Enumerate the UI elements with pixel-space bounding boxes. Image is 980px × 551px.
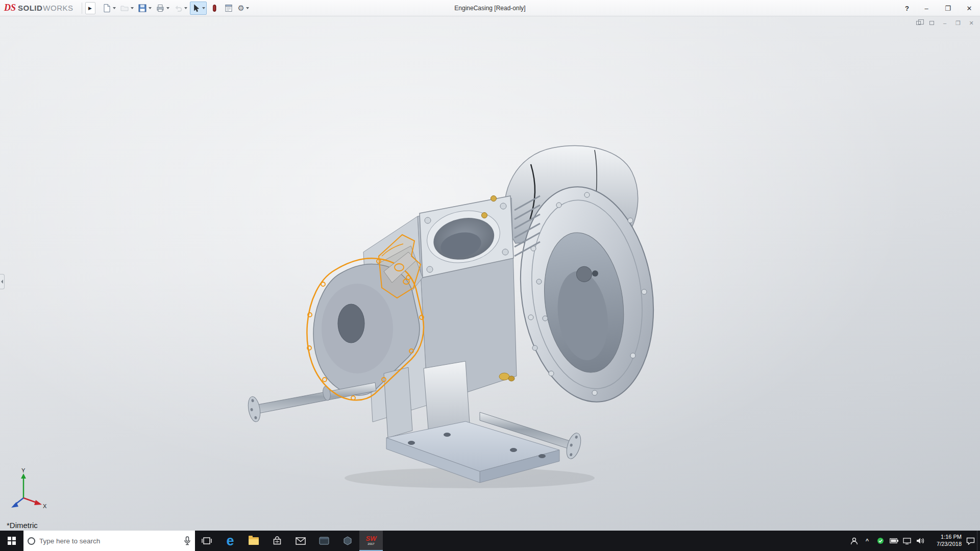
window-controls: ? – ❐ ✕ [898,0,980,16]
search-input[interactable] [39,537,180,545]
undo-dropdown-caret[interactable] [184,7,187,9]
undo-icon [174,4,183,13]
tray-battery-icon[interactable] [887,531,900,551]
solidworks-taskbar-button[interactable]: SW 2017 [359,531,383,551]
microphone-icon[interactable] [184,536,191,545]
axis-x-label: X [43,503,47,509]
properties-icon [224,4,233,13]
taskbar-clock[interactable]: 1:16 PM 7/23/2018 [927,531,964,551]
ds-logo-icon: DS [4,3,16,13]
new-document-icon [102,4,111,13]
start-button[interactable] [0,531,23,551]
rebuild-button[interactable] [208,2,221,15]
hexagon-app-icon [343,536,352,545]
show-desktop-strip[interactable] [977,531,980,551]
mail-button[interactable] [289,531,312,551]
help-button[interactable]: ? [898,0,916,16]
view-orientation-label: *Dimetric [7,521,38,530]
tray-network-icon[interactable] [900,531,914,551]
rebuild-icon [210,4,219,13]
task-view-icon [202,536,212,545]
axis-y-label: Y [21,467,26,473]
print-icon [156,4,165,13]
store-button[interactable] [265,531,289,551]
print-dropdown-caret[interactable] [166,7,169,9]
document-title: EngineCasing [Read-only] [454,5,525,12]
store-bag-icon [273,536,282,545]
solidworks-app-icon: SW [366,535,377,542]
save-button[interactable] [136,2,153,15]
solidworks-app-year: 2017 [368,542,374,545]
edge-taskbar-button[interactable]: e [218,531,242,551]
terminal-icon [319,537,329,545]
system-tray: ^ 1:16 PM 7/23/2018 [847,531,980,551]
select-arrow-icon [191,4,201,13]
clock-time: 1:16 PM [941,534,962,541]
options-dropdown-caret[interactable] [246,7,249,9]
open-dropdown-caret[interactable] [131,7,134,9]
maximize-button[interactable]: ❐ [937,0,959,16]
tray-volume-icon[interactable] [914,531,927,551]
title-bar: DS SOLID WORKS ▶ [0,0,980,16]
windows-logo-icon [8,537,16,545]
windows-taskbar: e [0,531,980,551]
file-explorer-button[interactable] [242,531,265,551]
options-gear-icon: ⚙ [238,4,244,13]
solidworks-window: DS SOLID WORKS ▶ [0,0,980,551]
orientation-triad: Y X [7,466,51,511]
menu-expand-button[interactable]: ▶ [85,2,95,14]
mail-envelope-icon [296,537,306,545]
print-button[interactable] [154,2,171,15]
open-folder-icon [120,4,129,13]
select-dropdown-caret[interactable] [202,7,205,9]
save-icon [138,4,147,13]
save-dropdown-caret[interactable] [149,7,152,9]
standard-toolbar: ⚙ [101,2,251,15]
tray-status-green-icon[interactable] [874,531,887,551]
edge-icon: e [226,534,234,548]
tray-person-icon[interactable] [847,531,861,551]
close-button[interactable]: ✕ [959,0,980,16]
taskbar-search[interactable] [23,531,195,551]
clock-date: 7/23/2018 [937,541,962,548]
brand-text-solid: SOLID [18,4,42,12]
new-document-dropdown-caret[interactable] [113,7,116,9]
cortana-icon [28,537,35,545]
left-axle-part[interactable] [247,383,376,423]
action-center-button[interactable] [964,531,977,551]
solidworks-logo: DS SOLID WORKS [0,3,79,13]
hexagon-app-button[interactable] [336,531,359,551]
select-tool-button[interactable] [190,2,207,15]
brand-text-works: WORKS [43,4,73,12]
open-button[interactable] [118,2,135,15]
toolbar-separator [82,3,82,14]
minimize-button[interactable]: – [916,0,937,16]
task-view-button[interactable] [195,531,218,551]
undo-button[interactable] [172,2,189,15]
terminal-app-button[interactable] [312,531,336,551]
properties-button[interactable] [222,2,235,15]
engine-casing-model[interactable] [0,16,980,531]
file-explorer-icon [249,537,259,545]
graphics-viewport[interactable]: – ❐ ✕ [0,16,980,531]
tray-chevron-icon[interactable]: ^ [861,531,874,551]
new-document-button[interactable] [101,2,117,15]
options-button[interactable]: ⚙ [236,2,251,15]
